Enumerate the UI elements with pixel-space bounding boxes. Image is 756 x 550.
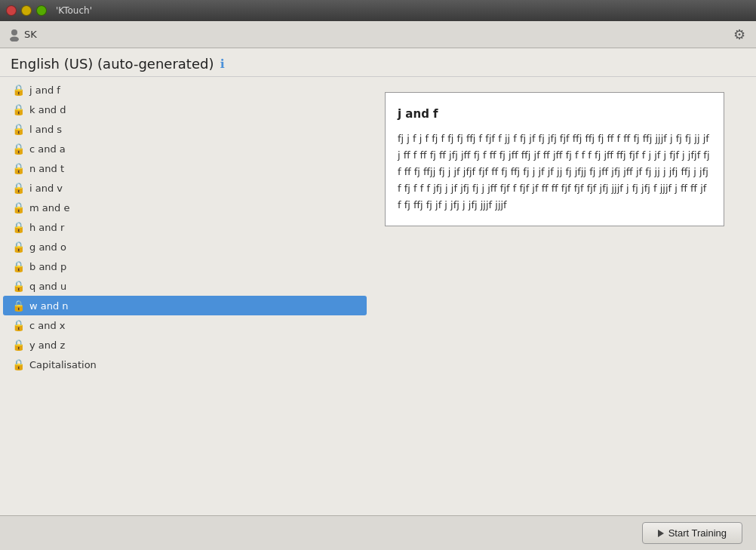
lesson-item[interactable]: 🔒n and t: [3, 158, 367, 178]
lock-icon: 🔒: [12, 221, 25, 233]
lock-icon: 🔒: [12, 84, 25, 96]
lesson-preview-title: j and f: [398, 105, 711, 123]
svg-point-0: [11, 29, 17, 35]
lesson-item[interactable]: 🔒b and p: [3, 257, 367, 276]
lock-icon: 🔒: [12, 358, 25, 370]
content-area: 🔒j and f🔒k and d🔒l and s🔒c and a🔒n and t…: [0, 77, 756, 515]
bottom-bar: Start Training: [0, 515, 756, 550]
lock-icon: 🔒: [12, 162, 25, 174]
lesson-label: c and x: [29, 320, 66, 331]
lesson-item[interactable]: 🔒g and o: [3, 237, 367, 257]
lesson-label: g and o: [29, 241, 66, 253]
user-profile[interactable]: SK: [8, 28, 37, 41]
lock-icon: 🔒: [12, 182, 25, 194]
lesson-item[interactable]: 🔒y and z: [3, 335, 367, 355]
lock-icon: 🔒: [12, 103, 25, 115]
toolbar: SK ⚙: [0, 21, 756, 48]
lesson-item[interactable]: 🔒c and a: [3, 139, 367, 158]
close-button[interactable]: [6, 5, 17, 16]
lesson-item[interactable]: 🔒k and d: [3, 100, 367, 119]
lesson-preview-box: j and f fj j f j f fj f fj fj ffj f fjf …: [385, 92, 724, 226]
user-icon: [8, 28, 21, 41]
lock-icon: 🔒: [12, 201, 25, 214]
lock-icon: 🔒: [12, 300, 25, 312]
lesson-label: y and z: [29, 340, 65, 351]
lesson-label: m and e: [29, 202, 69, 214]
lesson-label: h and r: [29, 222, 64, 233]
lesson-label: w and n: [29, 300, 69, 312]
minimize-button[interactable]: [21, 5, 32, 16]
lesson-label: j and f: [29, 84, 60, 96]
play-icon: [658, 530, 664, 537]
lesson-item[interactable]: 🔒Capitalisation: [3, 355, 367, 374]
lesson-label: i and v: [29, 183, 63, 194]
settings-button[interactable]: ⚙: [730, 25, 748, 45]
preview-panel: j and f fj j f j f fj f fj fj ffj f fjf …: [370, 77, 756, 515]
maximize-button[interactable]: [36, 5, 47, 16]
lock-icon: 🔒: [12, 280, 25, 292]
lesson-item[interactable]: 🔒l and s: [3, 119, 367, 139]
lesson-label: c and a: [29, 143, 66, 155]
lesson-label: q and u: [29, 281, 66, 292]
svg-point-1: [10, 36, 19, 41]
lesson-label: n and t: [29, 163, 64, 174]
lesson-item[interactable]: 🔒i and v: [3, 178, 367, 198]
titlebar: 'KTouch': [0, 0, 756, 21]
lesson-label: b and p: [29, 261, 66, 272]
lock-icon: 🔒: [12, 339, 25, 351]
heading-row: English (US) (auto-generated) ℹ: [0, 48, 756, 77]
lesson-label: l and s: [29, 124, 62, 135]
toolbar-left: SK: [8, 28, 37, 41]
lesson-item[interactable]: 🔒j and f: [3, 80, 367, 100]
lesson-item[interactable]: 🔒m and e: [3, 198, 367, 217]
lesson-label: Capitalisation: [29, 359, 97, 370]
lesson-list: 🔒j and f🔒k and d🔒l and s🔒c and a🔒n and t…: [0, 77, 370, 515]
lock-icon: 🔒: [12, 123, 25, 135]
window-title: 'KTouch': [56, 5, 92, 16]
lesson-item[interactable]: 🔒q and u: [3, 276, 367, 296]
info-icon[interactable]: ℹ: [220, 57, 224, 71]
lesson-item[interactable]: 🔒h and r: [3, 217, 367, 237]
start-training-label: Start Training: [668, 527, 727, 539]
lock-icon: 🔒: [12, 241, 25, 253]
lesson-item[interactable]: 🔒w and n: [3, 296, 367, 315]
page-title: English (US) (auto-generated): [11, 56, 214, 72]
lock-icon: 🔒: [12, 319, 25, 331]
user-label: SK: [24, 29, 37, 40]
lesson-label: k and d: [29, 104, 66, 115]
lesson-preview-text: fj j f j f fj f fj fj ffj f fjf f jj f f…: [398, 131, 711, 214]
lesson-item[interactable]: 🔒c and x: [3, 315, 367, 335]
lock-icon: 🔒: [12, 260, 25, 272]
start-training-button[interactable]: Start Training: [642, 522, 742, 544]
lock-icon: 🔒: [12, 143, 25, 155]
main-window: SK ⚙ English (US) (auto-generated) ℹ 🔒j …: [0, 21, 756, 550]
